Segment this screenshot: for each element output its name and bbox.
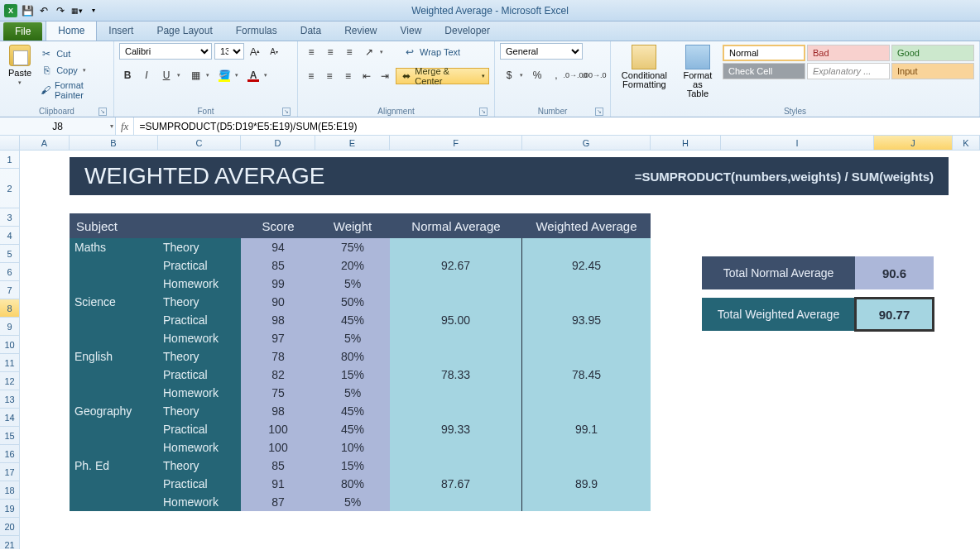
name-box[interactable]: J8▾ <box>0 117 116 135</box>
align-top-button[interactable]: ≡ <box>303 44 319 60</box>
row-header-21[interactable]: 21 <box>0 536 19 549</box>
col-header-F[interactable]: F <box>390 136 522 150</box>
row-header-20[interactable]: 20 <box>0 518 19 536</box>
align-center-button[interactable]: ≡ <box>321 68 337 84</box>
select-all-corner[interactable] <box>0 136 20 150</box>
tab-page-layout[interactable]: Page Layout <box>145 21 223 41</box>
worksheet-grid[interactable]: ABCDEFGHIJK 1234567891011121314151617181… <box>0 136 980 549</box>
font-color-button[interactable]: A▾ <box>244 66 271 84</box>
borders-button[interactable]: ▦▾ <box>186 66 213 84</box>
row-header-13[interactable]: 13 <box>0 390 19 409</box>
col-header-D[interactable]: D <box>241 136 315 150</box>
col-header-J[interactable]: J <box>874 136 953 150</box>
tab-view[interactable]: View <box>389 21 434 41</box>
qat-more-icon[interactable]: ▦▾ <box>70 3 84 18</box>
decrease-indent-button[interactable]: ⇤ <box>358 68 374 84</box>
row-header-4[interactable]: 4 <box>0 227 19 245</box>
row-header-2[interactable]: 2 <box>0 169 19 208</box>
orientation-button[interactable]: ↗▾ <box>360 43 387 61</box>
row-header-15[interactable]: 15 <box>0 427 19 445</box>
row-header-1[interactable]: 1 <box>0 151 19 169</box>
style-good[interactable]: Good <box>891 45 974 61</box>
number-launcher[interactable]: ↘ <box>595 108 603 116</box>
style-normal[interactable]: Normal <box>723 45 805 61</box>
conditional-formatting-button[interactable]: Conditional Formatting <box>616 43 673 91</box>
tab-developer[interactable]: Developer <box>433 21 502 41</box>
shrink-font-button[interactable]: A▾ <box>266 43 282 60</box>
increase-indent-button[interactable]: ⇥ <box>377 68 393 84</box>
tab-review[interactable]: Review <box>333 21 388 41</box>
row-header-16[interactable]: 16 <box>0 445 19 463</box>
tab-formulas[interactable]: Formulas <box>224 21 289 41</box>
font-launcher[interactable]: ↘ <box>282 108 291 116</box>
row-header-19[interactable]: 19 <box>0 500 19 518</box>
copy-button[interactable]: ⎘Copy▾ <box>38 63 108 78</box>
file-tab[interactable]: File <box>3 22 42 41</box>
align-bottom-button[interactable]: ≡ <box>341 44 358 60</box>
col-header-B[interactable]: B <box>70 136 158 150</box>
excel-icon[interactable]: X <box>3 3 18 18</box>
save-icon[interactable]: 💾 <box>20 3 35 18</box>
row-header-5[interactable]: 5 <box>0 245 19 263</box>
style-input[interactable]: Input <box>891 63 974 79</box>
col-header-H[interactable]: H <box>651 136 721 150</box>
col-header-A[interactable]: A <box>20 136 70 150</box>
clipboard-launcher[interactable]: ↘ <box>98 108 107 116</box>
col-header-G[interactable]: G <box>522 136 651 150</box>
score-cell: 82 <box>241 366 315 384</box>
cell-styles-gallery[interactable]: Normal Bad Good Check Cell Explanatory .… <box>723 43 974 79</box>
formula-bar[interactable]: =SUMPRODUCT(D5:D19*E5:E19)/SUM(E5:E19) <box>134 117 980 135</box>
grow-font-button[interactable]: A▴ <box>247 43 263 60</box>
tab-data[interactable]: Data <box>289 21 333 41</box>
merge-center-button[interactable]: ⬌Merge & Center▾ <box>396 68 489 84</box>
tab-insert[interactable]: Insert <box>97 21 145 41</box>
row-header-9[interactable]: 9 <box>0 318 19 336</box>
decrease-decimal-button[interactable]: .00→.0 <box>586 67 603 84</box>
accounting-button[interactable]: $▾ <box>500 66 526 84</box>
row-header-10[interactable]: 10 <box>0 336 19 354</box>
col-header-I[interactable]: I <box>721 136 874 150</box>
total-weighted-value[interactable]: 90.77 <box>855 298 934 331</box>
bold-button[interactable]: B <box>119 67 136 84</box>
redo-icon[interactable]: ↷ <box>53 3 68 18</box>
format-painter-button[interactable]: 🖌Format Painter <box>38 79 108 101</box>
row-header-11[interactable]: 11 <box>0 354 19 372</box>
wrap-text-button[interactable]: ↩Wrap Text <box>401 45 462 60</box>
row-header-3[interactable]: 3 <box>0 208 19 227</box>
style-check-cell[interactable]: Check Cell <box>723 63 805 79</box>
number-format-combo[interactable]: General <box>500 43 583 60</box>
cut-button[interactable]: ✂Cut <box>38 46 108 61</box>
font-name-combo[interactable]: Calibri <box>119 43 212 60</box>
paste-button[interactable]: Paste ▾ <box>5 43 35 88</box>
increase-decimal-button[interactable]: .0→.00 <box>567 67 584 84</box>
alignment-launcher[interactable]: ↘ <box>479 108 488 116</box>
row-header-6[interactable]: 6 <box>0 263 19 281</box>
style-explanatory[interactable]: Explanatory ... <box>807 63 890 79</box>
underline-button[interactable]: U▾ <box>157 66 184 84</box>
italic-button[interactable]: I <box>138 67 155 84</box>
fill-color-button[interactable]: 🪣▾ <box>215 66 242 84</box>
row-header-7[interactable]: 7 <box>0 281 19 299</box>
fx-icon[interactable]: fx <box>121 120 128 133</box>
font-size-combo[interactable]: 13 <box>214 43 244 60</box>
row-header-8[interactable]: 8 <box>0 299 19 318</box>
row-header-12[interactable]: 12 <box>0 372 19 390</box>
row-header-18[interactable]: 18 <box>0 481 19 500</box>
undo-icon[interactable]: ↶ <box>36 3 51 18</box>
style-bad[interactable]: Bad <box>807 45 890 61</box>
cells-area[interactable]: WEIGHTED AVERAGE =SUMPRODUCT(numbers,wei… <box>20 151 980 549</box>
format-as-table-button[interactable]: Format as Table <box>676 43 719 100</box>
score-cell: 100 <box>241 420 315 438</box>
col-header-C[interactable]: C <box>158 136 241 150</box>
qat-customize-icon[interactable]: ▾ <box>86 3 101 18</box>
align-middle-button[interactable]: ≡ <box>322 44 339 60</box>
align-right-button[interactable]: ≡ <box>340 68 356 84</box>
col-header-K[interactable]: K <box>953 136 980 150</box>
comma-button[interactable]: , <box>548 67 564 84</box>
percent-button[interactable]: % <box>529 67 545 84</box>
row-header-14[interactable]: 14 <box>0 409 19 427</box>
row-header-17[interactable]: 17 <box>0 463 19 481</box>
tab-home[interactable]: Home <box>46 20 97 41</box>
align-left-button[interactable]: ≡ <box>303 68 319 84</box>
col-header-E[interactable]: E <box>315 136 390 150</box>
